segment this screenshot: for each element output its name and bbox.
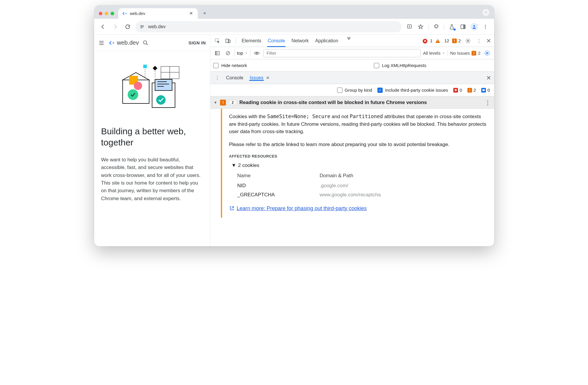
svg-point-17: [128, 89, 138, 100]
elements-tab[interactable]: Elements: [242, 35, 261, 47]
forward-button[interactable]: [111, 22, 120, 31]
minimize-window[interactable]: [105, 12, 108, 15]
drawer-close-icon[interactable]: ✕: [486, 74, 491, 81]
issue-paragraph-1: Cookies with the SameSite=None; Secure a…: [229, 113, 489, 135]
tab-strip: web.dev ✕ ＋: [94, 5, 494, 19]
no-issues-link[interactable]: No Issues ! 2: [450, 51, 480, 56]
affected-resources-heading: AFFECTED RESOURCES: [229, 153, 489, 159]
svg-line-37: [226, 52, 229, 54]
back-button[interactable]: [98, 22, 108, 31]
issue-title: Reading cookie in cross-site context wil…: [239, 100, 427, 106]
live-expression-icon[interactable]: [253, 49, 261, 57]
labs-icon[interactable]: [447, 22, 457, 31]
close-window[interactable]: [99, 12, 102, 15]
hide-network-checkbox[interactable]: Hide network: [213, 63, 247, 68]
devtools-close-icon[interactable]: ✕: [486, 37, 491, 44]
separator: [428, 24, 429, 30]
svg-rect-40: [482, 89, 485, 91]
device-toolbar-icon[interactable]: [224, 37, 232, 45]
site-logo[interactable]: web.dev: [108, 39, 139, 46]
warning-count[interactable]: ! 12: [435, 38, 449, 43]
devtools-tabbar: Elements Console Network Application 1 !…: [210, 35, 494, 47]
svg-rect-19: [155, 79, 172, 91]
svg-rect-6: [463, 25, 465, 29]
site-settings-icon[interactable]: [139, 24, 145, 29]
svg-point-8: [485, 25, 486, 26]
error-count[interactable]: 1: [423, 38, 432, 43]
console-settings-icon[interactable]: [483, 49, 491, 57]
reload-button[interactable]: [123, 22, 132, 31]
svg-point-7: [473, 25, 475, 26]
issues-blue-count: 0: [481, 88, 490, 93]
learn-more-link[interactable]: Learn more: Prepare for phasing out thir…: [229, 205, 489, 212]
url-text: web.dev: [148, 24, 166, 29]
profile-avatar[interactable]: [469, 22, 479, 31]
url-right: [405, 22, 490, 31]
group-by-kind-checkbox[interactable]: Group by kind: [337, 88, 372, 93]
application-tab[interactable]: Application: [315, 35, 338, 47]
issue-caret-icon: ▼: [214, 101, 217, 105]
devtools-panel: Elements Console Network Application 1 !…: [210, 35, 494, 246]
install-app-icon[interactable]: [405, 22, 414, 31]
chrome-menu-icon[interactable]: [481, 22, 490, 31]
issue-severity-icon: !: [220, 100, 226, 106]
console-sidebar-icon[interactable]: [213, 49, 221, 57]
svg-point-39: [486, 52, 488, 54]
new-tab-button[interactable]: ＋: [201, 9, 209, 17]
drawer-menu-icon[interactable]: ⋮: [213, 74, 221, 82]
inspect-element-icon[interactable]: [213, 37, 221, 45]
cookie-row: _GRECAPTCHA www.google.com/recaptcha: [237, 191, 489, 199]
browser-window: web.dev ✕ ＋ web.dev: [94, 5, 494, 246]
col-name: Name: [237, 172, 296, 180]
side-panel-icon[interactable]: [458, 22, 468, 31]
page-heading: Building a better web, together: [101, 126, 203, 148]
extensions-icon[interactable]: [432, 22, 441, 31]
issues-orange-count: !2: [467, 88, 476, 93]
issues-count[interactable]: !2: [452, 38, 461, 43]
tab-overflow-button[interactable]: [482, 8, 490, 16]
search-icon[interactable]: [142, 40, 149, 46]
drawer-console-tab[interactable]: Console: [226, 72, 244, 84]
tab-title: web.dev: [130, 11, 145, 16]
include-3p-cookie-checkbox[interactable]: ✓ Include third-party cookie issues: [377, 88, 448, 93]
more-tabs-icon[interactable]: [345, 35, 353, 43]
issue-menu-icon[interactable]: ⋮: [485, 99, 491, 106]
drawer-tabbar: ⋮ Console Issues ✕ ✕: [210, 72, 494, 84]
issues-filter-row: Group by kind ✓ Include third-party cook…: [210, 84, 494, 96]
issue-occurrence-count: 2: [229, 100, 236, 105]
page-paragraph: We want to help you build beautiful, acc…: [101, 156, 203, 202]
browser-tab[interactable]: web.dev ✕: [118, 8, 198, 19]
svg-point-2: [142, 26, 143, 27]
issues-red-count: ✖0: [453, 88, 462, 93]
sign-in-link[interactable]: SIGN IN: [189, 40, 206, 45]
svg-point-3: [141, 27, 142, 28]
issue-item[interactable]: ▼ ! 2 Reading cookie in cross-site conte…: [210, 96, 494, 109]
site-header: web.dev SIGN IN: [94, 35, 210, 51]
devtools-settings-icon[interactable]: [464, 37, 472, 45]
network-tab[interactable]: Network: [291, 35, 309, 47]
separator: [444, 24, 444, 30]
address-bar[interactable]: web.dev: [135, 21, 402, 32]
svg-point-12: [144, 41, 147, 44]
devtools-menu-icon[interactable]: ⋮: [475, 37, 483, 45]
window-controls: [98, 12, 116, 19]
cookies-tree-toggle[interactable]: ▼2 cookies: [231, 162, 489, 169]
svg-point-1: [141, 25, 141, 26]
log-xhr-checkbox[interactable]: Log XMLHttpRequests: [374, 63, 427, 68]
console-filter-input[interactable]: [263, 49, 421, 57]
context-selector[interactable]: top: [234, 49, 251, 57]
clear-console-icon[interactable]: [224, 49, 232, 57]
svg-point-23: [156, 95, 166, 105]
svg-point-38: [256, 52, 258, 54]
svg-rect-35: [215, 51, 217, 55]
bookmark-icon[interactable]: [416, 22, 425, 31]
zoom-window[interactable]: [111, 12, 114, 15]
close-issues-tab-icon[interactable]: ✕: [265, 74, 270, 82]
log-levels-dropdown[interactable]: All levels: [423, 51, 445, 56]
drawer-issues-tab[interactable]: Issues: [250, 75, 263, 81]
console-tab[interactable]: Console: [268, 35, 285, 47]
hamburger-icon[interactable]: [98, 40, 105, 46]
close-tab-icon[interactable]: ✕: [188, 10, 194, 17]
svg-point-33: [467, 40, 469, 41]
url-bar: web.dev: [94, 19, 494, 35]
